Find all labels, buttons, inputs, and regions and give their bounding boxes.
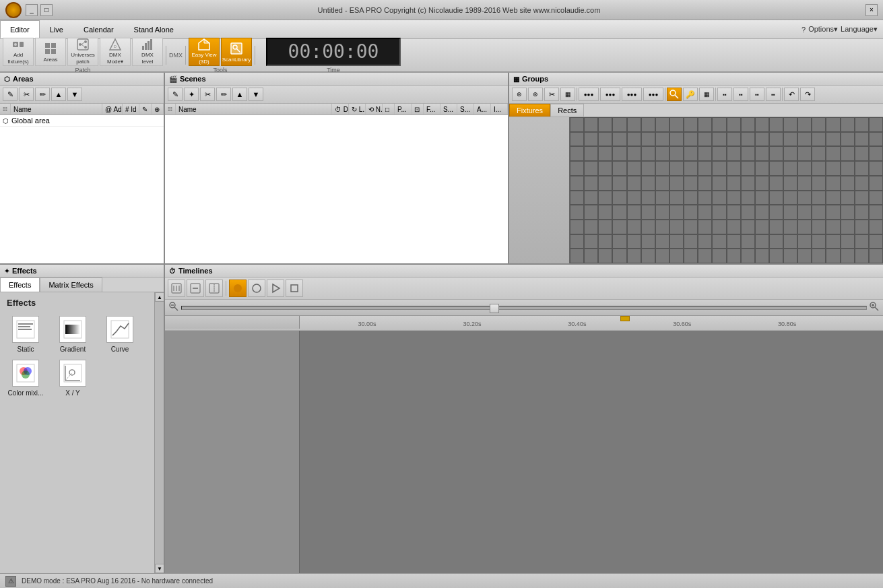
minimize-button[interactable]: _	[26, 4, 38, 16]
scenes-down-btn[interactable]: ▼	[249, 88, 263, 101]
grp-sep2	[665, 88, 665, 101]
sc-col-icon3: ⊡	[412, 104, 424, 115]
menu-tab-live[interactable]: Live	[40, 20, 73, 38]
grid-cell	[769, 220, 783, 234]
areas-label: Areas	[44, 57, 58, 63]
zoom-track[interactable]	[181, 306, 867, 310]
restore-button[interactable]: □	[40, 4, 53, 16]
ruler-left-space	[165, 316, 300, 329]
grp-btn-grid2[interactable]: ▦	[699, 88, 714, 101]
grp-sep3	[715, 88, 716, 101]
grp-btn-v4[interactable]: ▪▪	[766, 88, 781, 101]
scanlibrary-icon	[229, 41, 244, 56]
grp-btn-cut[interactable]: ✂	[544, 88, 559, 101]
dmx-level-button[interactable]: DMXlevel	[132, 38, 163, 66]
timelines-toolbar	[165, 277, 883, 300]
areas-edit-btn[interactable]: ✏	[35, 88, 50, 101]
grid-cell	[684, 220, 698, 234]
svg-point-58	[234, 284, 242, 292]
grid-cell	[783, 220, 797, 234]
areas-button[interactable]: Areas	[35, 38, 66, 66]
menu-tab-editor[interactable]: Editor	[0, 20, 40, 38]
effect-xy[interactable]: X / Y	[53, 360, 93, 397]
options-menu[interactable]: Options▾	[808, 25, 838, 34]
grid-cell	[698, 220, 712, 234]
grid-cell	[584, 132, 598, 147]
grid-cell	[698, 117, 712, 132]
language-menu[interactable]: Language▾	[841, 25, 878, 34]
rects-tab[interactable]: Rects	[550, 104, 584, 117]
dmx-group-label: DMX	[169, 52, 183, 59]
grp-btn-search[interactable]	[667, 88, 682, 101]
grp-btn-c3[interactable]: ●●●	[622, 88, 642, 101]
grp-btn-undo[interactable]: ↶	[784, 88, 799, 101]
grp-btn-c1[interactable]: ●●●	[579, 88, 599, 101]
grp-btn-c2[interactable]: ●●●	[600, 88, 620, 101]
dmx-mode-button[interactable]: D DMXMode▾	[100, 38, 131, 66]
grid-cell	[797, 117, 812, 132]
areas-add-btn[interactable]: ✎	[3, 88, 18, 101]
timeline-ruler: 30.00s 30.20s 30.40s 30.60s 30.80s	[165, 316, 883, 331]
grp-btn-c4[interactable]: ●●●	[643, 88, 663, 101]
grp-btn-1[interactable]: ⊛	[512, 88, 527, 101]
scroll-down-btn[interactable]: ▼	[155, 564, 164, 573]
app-logo	[5, 2, 22, 18]
scenes-new-btn[interactable]: ✦	[184, 88, 199, 101]
zoom-in-icon[interactable]	[870, 302, 879, 313]
grp-btn-v2[interactable]: ▪▪	[733, 88, 748, 101]
grid-cell	[855, 132, 869, 147]
menu-tab-standalone[interactable]: Stand Alone	[124, 20, 184, 38]
zoom-out-icon[interactable]	[169, 302, 178, 313]
grid-cell	[698, 176, 712, 191]
tl-stop-btn[interactable]	[248, 280, 265, 297]
svg-rect-37	[18, 329, 32, 330]
help-link[interactable]: ?	[802, 26, 806, 34]
effect-color-mixing[interactable]: Color mixi...	[5, 360, 46, 397]
grid-cell	[684, 132, 698, 147]
areas-row-global[interactable]: ⬡ Global area	[0, 115, 164, 127]
grid-cell	[584, 220, 598, 234]
scenes-edit-btn[interactable]: ✏	[216, 88, 231, 101]
col-edit: ✎	[139, 104, 152, 115]
tl-play-btn[interactable]	[267, 280, 284, 297]
close-button[interactable]: ×	[865, 4, 878, 16]
add-fixture-button[interactable]: Addfixture(s)	[3, 38, 34, 66]
effects-tab-matrix[interactable]: Matrix Effects	[40, 277, 102, 292]
fixtures-tab[interactable]: Fixtures	[509, 104, 550, 117]
color-mixing-label: Color mixi...	[8, 389, 44, 397]
tl-remove-btn[interactable]	[187, 280, 204, 297]
scenes-add-btn[interactable]: ✎	[168, 88, 183, 101]
grp-btn-grid[interactable]: ▦	[560, 88, 575, 101]
scroll-up-btn[interactable]: ▲	[155, 292, 164, 302]
ruler-mark-4: 30.60s	[673, 321, 691, 327]
grid-cell	[612, 249, 626, 263]
tl-add-btn[interactable]	[168, 280, 185, 297]
effects-tab-effects[interactable]: Effects	[0, 277, 40, 292]
areas-down-btn[interactable]: ▼	[67, 88, 82, 101]
areas-up-btn[interactable]: ▲	[51, 88, 66, 101]
scenes-up-btn[interactable]: ▲	[232, 88, 247, 101]
grp-btn-key[interactable]: 🔑	[683, 88, 698, 101]
grid-cell	[741, 220, 755, 234]
menu-tab-calendar[interactable]: Calendar	[73, 20, 124, 38]
scanlibrary-button[interactable]: ScanLibrary	[221, 38, 252, 66]
effects-header-icon: ✦	[4, 267, 9, 275]
grp-btn-v3[interactable]: ▪▪	[750, 88, 764, 101]
universes-patch-button[interactable]: Universespatch	[67, 38, 98, 66]
easy-view-button[interactable]: Easy View(3D)	[189, 38, 220, 66]
zoom-thumb[interactable]	[490, 304, 499, 313]
tl-record-btn[interactable]	[229, 280, 247, 297]
tl-stop2-btn[interactable]	[286, 280, 303, 297]
scenes-cut-btn[interactable]: ✂	[200, 88, 215, 101]
areas-cut-btn[interactable]: ✂	[19, 88, 34, 101]
effect-static[interactable]: Static	[5, 316, 46, 353]
effect-gradient[interactable]: Gradient	[53, 316, 93, 353]
grp-btn-2[interactable]: ⊛	[528, 88, 543, 101]
tl-split-btn[interactable]	[205, 280, 223, 297]
grid-cell	[741, 146, 755, 161]
grid-cell	[755, 146, 769, 161]
effect-curve[interactable]: Curve	[100, 316, 140, 353]
grid-cell	[869, 205, 883, 220]
grp-btn-v1[interactable]: ▪▪	[717, 88, 732, 101]
grp-btn-redo[interactable]: ↷	[800, 88, 815, 101]
